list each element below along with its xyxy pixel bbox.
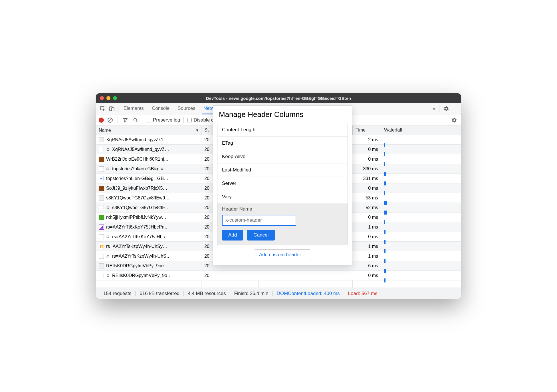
gear-icon: ⚙: [106, 273, 110, 278]
request-name-cell: WrB22rlJoIoEe9CHhi60R1nj…: [96, 157, 201, 162]
zoom-window-button[interactable]: [113, 96, 117, 100]
request-time-cell: 53 ms: [353, 195, 381, 201]
status-resources: 4.4 MB resources: [184, 291, 230, 296]
request-name: s8KY1QwooTG87Gzv8fIEw9…: [106, 195, 169, 201]
request-name-cell: SoJfJ9_9zIykuFIwxb7RjcX5…: [96, 186, 201, 191]
status-transferred: 616 kB transferred: [136, 291, 184, 296]
table-footer-strip: [96, 280, 461, 288]
add-button[interactable]: Add: [222, 230, 243, 241]
request-time-cell: 0 ms: [353, 147, 381, 152]
request-time-cell: 0 ms: [353, 234, 381, 239]
tab-elements[interactable]: Elements: [122, 103, 145, 114]
header-item[interactable]: ETag: [217, 137, 348, 150]
status-requests: 154 requests: [99, 291, 136, 296]
device-toolbar-icon[interactable]: [107, 104, 116, 113]
request-time-cell: 0 ms: [353, 157, 381, 162]
header-item[interactable]: Vary: [217, 190, 348, 203]
tab-console[interactable]: Console: [151, 103, 171, 114]
tab-sources[interactable]: Sources: [176, 103, 196, 114]
request-time-cell: 1 ms: [353, 225, 381, 230]
dialog-title: Manage Header Columns: [213, 106, 352, 123]
request-time-cell: 2 ms: [353, 137, 381, 142]
gear-icon: ⚙: [106, 147, 110, 152]
request-name: REIlsK0DRGpyImVbPy_9oe…: [106, 263, 168, 268]
titlebar: DevTools - news.google.com/topstories?hl…: [96, 93, 461, 103]
gear-icon: ⚙: [106, 205, 110, 210]
request-name: rs=AA2YrTt6xKoY75JHbc…: [112, 234, 169, 239]
gear-icon: ⚙: [106, 167, 110, 171]
column-header-time[interactable]: Time: [353, 126, 381, 135]
custom-header-section: Header Name Add Cancel: [217, 203, 348, 245]
request-name: rs=AA2YrTt6xKoY75JHbcPn…: [106, 225, 169, 230]
request-time-cell: 0 ms: [353, 273, 381, 278]
kebab-menu-icon[interactable]: ⋮: [451, 105, 457, 112]
search-icon[interactable]: [132, 118, 140, 123]
request-name-cell: rxh5jjHyxmiPPtibflJvNkYyw…: [96, 215, 201, 220]
request-name-cell: REIlsK0DRGpyImVbPy_9oe…: [96, 263, 201, 268]
column-header-waterfall[interactable]: Waterfall: [381, 126, 461, 135]
preserve-log-label: Preserve log: [153, 117, 180, 123]
traffic-lights: [100, 96, 117, 100]
request-time-cell: 331 ms: [353, 176, 381, 181]
settings-icon[interactable]: [443, 106, 449, 112]
request-name-cell: ⚙XqRNAsJ5AwfIumd_qyvZ…: [96, 147, 201, 152]
header-item[interactable]: Server: [217, 177, 348, 190]
gear-icon: ⚙: [106, 235, 110, 239]
request-time-cell: 0 ms: [353, 186, 381, 191]
request-time-cell: 1 ms: [353, 244, 381, 249]
add-custom-header-button[interactable]: Add custom header…: [254, 249, 311, 260]
request-name: rs=AA2YrTsKzpWy4h-UhS…: [112, 254, 171, 259]
header-item[interactable]: Content-Length: [217, 123, 348, 137]
request-name-cell: ⚙rs=AA2YrTt6xKoY75JHbc…: [96, 234, 201, 239]
request-name: WrB22rlJoIoEe9CHhi60R1nj…: [106, 157, 168, 162]
devtools-window: DevTools - news.google.com/topstories?hl…: [96, 93, 461, 299]
request-name-cell: XqRNAsJ5AwfIumd_qyvZk1…: [96, 137, 201, 142]
request-name: REIlsK0DRGpyImVbPy_9o…: [112, 273, 172, 278]
svg-rect-2: [112, 108, 114, 111]
request-name-cell: ◧rs=AA2YrTsKzpWy4h-UhSy…: [96, 244, 201, 249]
request-name: SoJfJ9_9zIykuFIwxb7RjcX5…: [106, 186, 167, 191]
preserve-log-checkbox[interactable]: Preserve log: [147, 117, 180, 123]
request-name-cell: ≡topstories?hl=en-GB&gl=GB…: [96, 176, 201, 181]
svg-line-4: [108, 118, 112, 122]
request-time-cell: 0 ms: [353, 215, 381, 220]
minimize-window-button[interactable]: [106, 96, 110, 100]
window-title: DevTools - news.google.com/topstories?hl…: [206, 96, 351, 101]
svg-line-6: [136, 121, 138, 122]
clear-button[interactable]: [106, 117, 114, 123]
close-window-button[interactable]: [100, 96, 104, 100]
request-name: XqRNAsJ5AwfIumd_qyvZk1…: [106, 137, 168, 142]
gear-icon: ⚙: [106, 254, 110, 258]
request-name: topstories?hl=en-GB&gl=GB…: [106, 176, 168, 181]
column-header-name[interactable]: Name ▾: [96, 126, 201, 135]
request-name-cell: s8KY1QwooTG87Gzv8fIEw9…: [96, 195, 201, 201]
request-name-cell: ⚙REIlsK0DRGpyImVbPy_9o…: [96, 273, 201, 278]
network-settings-icon[interactable]: [450, 117, 458, 123]
cancel-button[interactable]: Cancel: [247, 230, 275, 241]
request-name: rs=AA2YrTsKzpWy4h-UhSy…: [106, 244, 167, 249]
request-time-cell: 1 ms: [353, 254, 381, 259]
svg-point-5: [134, 118, 137, 121]
request-name: rxh5jjHyxmiPPtibflJvNkYyw…: [106, 215, 166, 220]
request-name: s8KY1QwooTG87Gzv8fIE…: [112, 205, 170, 210]
request-name-cell: ⚙s8KY1QwooTG87Gzv8fIE…: [96, 205, 201, 210]
statusbar: 154 requests 616 kB transferred 4.4 MB r…: [96, 288, 461, 299]
request-name-cell: ⚙rs=AA2YrTsKzpWy4h-UhS…: [96, 254, 201, 259]
request-time-cell: 52 ms: [353, 205, 381, 210]
custom-header-input[interactable]: [222, 215, 296, 226]
status-domcontentloaded: DOMContentLoaded: 400 ms: [273, 291, 344, 296]
request-name: XqRNAsJ5AwfIumd_qyvZ…: [112, 147, 169, 152]
header-name-label: Header Name: [222, 206, 343, 212]
more-tabs-icon[interactable]: »: [433, 106, 435, 111]
filter-icon[interactable]: [121, 118, 129, 123]
request-name-cell: ◪rs=AA2YrTt6xKoY75JHbcPn…: [96, 225, 201, 230]
record-button[interactable]: [99, 118, 104, 123]
inspect-element-icon[interactable]: [98, 104, 107, 113]
header-item[interactable]: Last-Modified: [217, 163, 348, 177]
manage-header-columns-dialog: Manage Header Columns Content-Length ETa…: [213, 105, 352, 265]
request-time-cell: 330 ms: [353, 166, 381, 171]
table-row[interactable]: ⚙REIlsK0DRGpyImVbPy_9o…200 ms: [96, 271, 461, 280]
sort-indicator-icon: ▾: [196, 128, 198, 133]
header-column-list: Content-Length ETag Keep-Alive Last-Modi…: [217, 123, 348, 245]
header-item[interactable]: Keep-Alive: [217, 150, 348, 163]
